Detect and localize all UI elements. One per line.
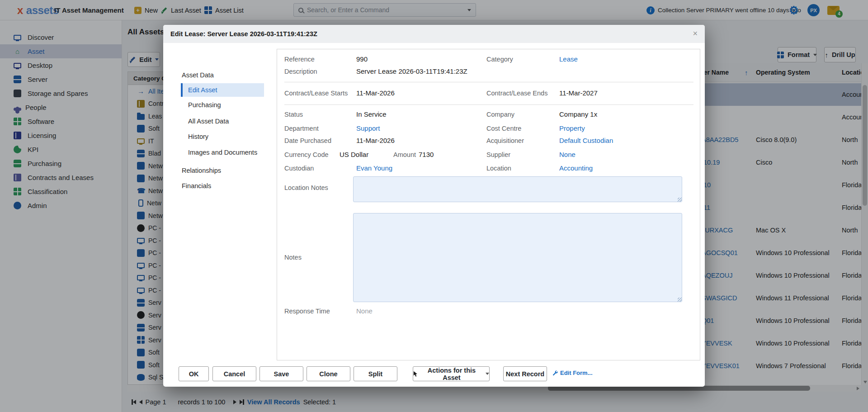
field-label: Response Time [284,308,330,315]
department-link[interactable]: Support [356,124,380,132]
next-record-button[interactable]: Next Record [503,366,547,381]
clone-button[interactable]: Clone [307,366,350,381]
chevron-down-icon [486,373,489,375]
field-label: Department [284,125,319,132]
field-label: Reference [284,56,315,63]
contract-starts-value: 11-Mar-2026 [356,89,395,97]
currency-code-value: US Dollar [340,151,368,158]
wrench-icon [552,370,558,376]
custodian-link[interactable]: Evan Young [356,164,392,172]
cost-centre-link[interactable]: Property [559,124,585,132]
company-value: Company 1x [559,110,597,118]
amount-value: 7130 [419,151,434,158]
split-button[interactable]: Split [354,366,397,381]
field-label: Date Purchased [284,137,331,144]
field-label: Amount [393,151,416,158]
description-value: Server Lease 2026-03-11T19:41:23Z [356,67,467,75]
location-notes-textarea[interactable] [353,176,682,202]
field-label: Location Notes [284,184,328,191]
edit-lease-dialog: Edit Lease: Server Lease 2026-03-11T19:4… [163,25,705,387]
field-label: Location [486,165,511,172]
nav-item-purchasing[interactable]: Purchasing [188,99,221,111]
response-time-value: None [356,307,373,315]
nav-item-images-and-documents[interactable]: Images and Documents [188,146,257,159]
supplier-link[interactable]: None [559,151,576,158]
dialog-nav: Asset Data Edit Asset Purchasing All Ass… [163,43,276,387]
divider [284,104,693,105]
notes-textarea[interactable] [353,213,682,302]
resize-handle[interactable] [678,198,682,202]
field-label: Company [486,111,514,118]
ok-button[interactable]: OK [179,366,209,381]
location-link[interactable]: Accounting [559,164,593,172]
edit-form-link[interactable]: Edit Form... [552,369,593,376]
nav-item-history[interactable]: History [188,130,208,143]
field-label: Cost Centre [486,125,521,132]
nav-section-financials[interactable]: Financials [182,180,211,192]
category-link[interactable]: Lease [559,55,578,63]
close-icon[interactable]: × [693,29,698,38]
divider [284,82,693,82]
field-label: Supplier [486,151,510,158]
status-value: In Service [356,110,387,118]
resize-handle[interactable] [678,298,682,302]
nav-section-asset-data: Asset Data [182,69,214,81]
field-label: Currency Code [284,151,329,158]
field-label: Notes [284,254,302,261]
field-label: Contract/Lease Starts [284,90,348,97]
save-button[interactable]: Save [259,366,303,381]
field-label: Contract/Lease Ends [486,90,547,97]
cancel-button[interactable]: Cancel [212,366,256,381]
field-label: Status [284,111,303,118]
acquisitioner-link[interactable]: Default Custodian [559,137,613,144]
nav-section-relationships[interactable]: Relationships [182,164,221,177]
field-label: Acquisitioner [486,137,524,144]
contract-ends-value: 11-Mar-2027 [559,89,598,97]
field-label: Description [284,68,317,75]
nav-item-all-asset-data[interactable]: All Asset Data [188,115,229,128]
date-purchased-value: 11-Mar-2026 [356,137,395,144]
dialog-title: Edit Lease: Server Lease 2026-03-11T19:4… [163,25,705,43]
nav-item-edit-asset[interactable]: Edit Asset [181,83,264,97]
reference-value: 990 [356,55,368,63]
edit-asset-form: Reference 990 Category Lease Description… [277,49,700,360]
field-label: Category [486,56,513,63]
actions-for-asset-button[interactable]: Actions for this Asset [413,366,490,381]
field-label: Custodian [284,165,314,172]
cursor-icon [413,371,418,377]
